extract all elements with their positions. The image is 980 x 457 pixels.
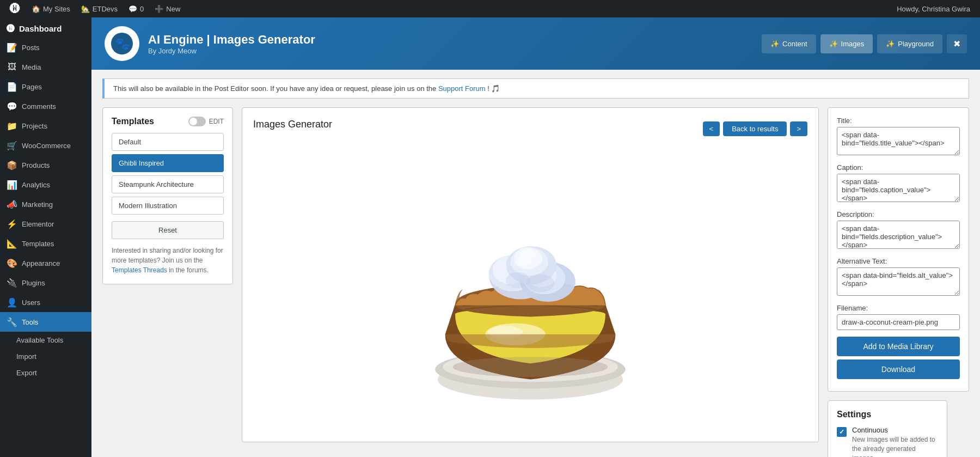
reset-button[interactable]: Reset bbox=[112, 221, 224, 239]
posts-icon: 📝 bbox=[7, 42, 17, 53]
adminbar-mysites[interactable]: 🏠 My Sites bbox=[26, 0, 76, 17]
sidebar-item-appearance[interactable]: 🎨 Appearance bbox=[0, 253, 91, 273]
adminbar-user-label: Howdy, Christina Gwira bbox=[897, 5, 970, 13]
description-textarea[interactable]: <span data-bind="fields.description_valu… bbox=[837, 221, 960, 249]
sidebar-item-media[interactable]: 🖼 Media bbox=[0, 57, 91, 77]
template-item-ghibli[interactable]: Ghibli Inspired bbox=[112, 154, 224, 172]
template-item-steampunk[interactable]: Steampunk Architecture bbox=[112, 175, 224, 193]
sidebar-item-users[interactable]: 👤 Users bbox=[0, 293, 91, 312]
download-button[interactable]: Download bbox=[837, 359, 960, 379]
tools-icon: 🔧 bbox=[7, 317, 17, 327]
template-ghibli-label: Ghibli Inspired bbox=[119, 159, 164, 167]
nav-next-button[interactable]: > bbox=[790, 121, 807, 136]
caption-textarea[interactable]: <span data-bind="fields.caption_value"><… bbox=[837, 174, 960, 202]
sidebar-elementor-label: Elementor bbox=[22, 220, 54, 228]
header-nav-content[interactable]: ✨ Content bbox=[762, 34, 816, 53]
sidebar-analytics-label: Analytics bbox=[22, 181, 50, 189]
nav-back-label: Back to results bbox=[732, 125, 778, 133]
continuous-desc: New images will be added to the already … bbox=[852, 435, 938, 457]
three-col-layout: Templates EDIT Default Ghibli Inspired bbox=[102, 107, 969, 457]
nav-back-button[interactable]: Back to results bbox=[723, 121, 787, 136]
sidebar-tools-label: Tools bbox=[22, 318, 38, 326]
sidebar-sub-available-tools[interactable]: Available Tools bbox=[0, 332, 91, 348]
sidebar-sub-import[interactable]: Import bbox=[0, 348, 91, 364]
edit-toggle-switch[interactable] bbox=[188, 117, 206, 126]
sidebar-item-posts[interactable]: 📝 Posts bbox=[0, 38, 91, 57]
sidebar-dashboard-label: Dashboard bbox=[19, 24, 62, 33]
alt-textarea[interactable]: <span data-bind="fields.alt_value"></spa… bbox=[837, 267, 960, 296]
products-icon: 📦 bbox=[7, 160, 17, 170]
alt-label: Alternative Text: bbox=[837, 257, 960, 265]
sidebar-projects-label: Projects bbox=[22, 122, 47, 130]
sidebar-import-label: Import bbox=[16, 352, 36, 361]
support-forum-link[interactable]: Support Forum bbox=[438, 84, 487, 93]
template-item-modern[interactable]: Modern Illustration bbox=[112, 197, 224, 215]
sidebar-dashboard[interactable]: 🅦 Dashboard bbox=[0, 17, 91, 38]
title-label: Title: bbox=[837, 117, 960, 125]
generator-panel: Images Generator < Back to results > bbox=[242, 107, 819, 442]
svg-point-19 bbox=[526, 274, 555, 292]
header-close-button[interactable]: ✖ bbox=[947, 34, 967, 53]
sidebar-item-templates[interactable]: 📐 Templates bbox=[0, 234, 91, 253]
adminbar-new[interactable]: ➕ New bbox=[149, 0, 186, 17]
analytics-icon: 📊 bbox=[7, 180, 17, 190]
sidebar-marketing-label: Marketing bbox=[22, 200, 53, 209]
svg-point-20 bbox=[506, 272, 530, 288]
sidebar-item-products[interactable]: 📦 Products bbox=[0, 155, 91, 175]
sidebar-templates-label: Templates bbox=[22, 240, 54, 248]
adminbar-comments[interactable]: 💬 0 bbox=[123, 0, 149, 17]
sidebar-comments-label: Comments bbox=[22, 102, 56, 111]
alt-field-group: Alternative Text: <span data-bind="field… bbox=[837, 257, 960, 297]
wp-logo-icon: 🅦 bbox=[10, 3, 21, 15]
sidebar-sub-export[interactable]: Export bbox=[0, 364, 91, 381]
sidebar-item-comments[interactable]: 💬 Comments bbox=[0, 96, 91, 116]
adminbar-site[interactable]: 🏡 ETDevs bbox=[76, 0, 123, 17]
header-nav-images[interactable]: ✨ Images bbox=[820, 34, 873, 53]
adminbar-wp-logo[interactable]: 🅦 bbox=[4, 0, 26, 17]
title-textarea[interactable]: <span data-bind="fields.title_value"></s… bbox=[837, 127, 960, 155]
templates-threads-link[interactable]: Templates Threads bbox=[112, 266, 169, 274]
title-field-group: Title: <span data-bind="fields.title_val… bbox=[837, 117, 960, 157]
support-forum-label: Support Forum bbox=[438, 84, 486, 93]
reset-label: Reset bbox=[158, 226, 177, 234]
caption-field-group: Caption: <span data-bind="fields.caption… bbox=[837, 163, 960, 204]
info-bar-text: This will also be available in the Post … bbox=[113, 84, 436, 93]
template-item-default[interactable]: Default bbox=[112, 133, 224, 151]
plugin-header: 🐾 AI Engine | Images Generator By Jordy … bbox=[91, 17, 980, 70]
sidebar-item-elementor[interactable]: ⚡ Elementor bbox=[0, 214, 91, 234]
page-body: This will also be available in the Post … bbox=[91, 70, 980, 457]
media-icon: 🖼 bbox=[7, 62, 17, 72]
sidebar-item-projects[interactable]: 📁 Projects bbox=[0, 116, 91, 136]
templates-panel-title: Templates bbox=[112, 117, 154, 126]
header-nav-playground[interactable]: ✨ Playground bbox=[877, 34, 942, 53]
description-field-group: Description: <span data-bind="fields.des… bbox=[837, 210, 960, 251]
svg-point-17 bbox=[528, 253, 542, 265]
adminbar-new-label: New bbox=[166, 5, 180, 13]
plugins-icon: 🔌 bbox=[7, 278, 17, 288]
generator-nav: < Back to results > bbox=[703, 121, 807, 136]
header-nav-playground-label: Playground bbox=[898, 40, 934, 48]
sidebar-item-marketing[interactable]: 📣 Marketing bbox=[0, 194, 91, 214]
filename-input[interactable] bbox=[837, 314, 960, 330]
sidebar-item-plugins[interactable]: 🔌 Plugins bbox=[0, 273, 91, 293]
woo-icon: 🛒 bbox=[7, 141, 17, 151]
caption-label: Caption: bbox=[837, 163, 960, 172]
sidebar-export-label: Export bbox=[16, 369, 37, 377]
sidebar-item-woocommerce[interactable]: 🛒 WooCommerce bbox=[0, 136, 91, 155]
adminbar-mysites-label: My Sites bbox=[43, 5, 70, 13]
sidebar-products-label: Products bbox=[22, 161, 50, 169]
info-bar-after: ! 🎵 bbox=[487, 84, 500, 93]
generated-image-container bbox=[253, 148, 807, 431]
add-to-media-button[interactable]: Add to Media Library bbox=[837, 337, 960, 356]
nav-prev-button[interactable]: < bbox=[703, 121, 720, 136]
settings-title: Settings bbox=[837, 410, 938, 419]
sidebar-item-analytics[interactable]: 📊 Analytics bbox=[0, 175, 91, 194]
sidebar-item-pages[interactable]: 📄 Pages bbox=[0, 77, 91, 96]
plugin-logo: 🐾 bbox=[105, 26, 139, 61]
continuous-label: Continuous bbox=[852, 426, 938, 434]
templates-panel: Templates EDIT Default Ghibli Inspired bbox=[102, 107, 233, 284]
sidebar-item-tools[interactable]: 🔧 Tools bbox=[0, 312, 91, 332]
templates-icon: 📐 bbox=[7, 239, 17, 249]
elementor-icon: ⚡ bbox=[7, 219, 17, 229]
continuous-checkbox[interactable]: ✓ bbox=[837, 427, 847, 437]
